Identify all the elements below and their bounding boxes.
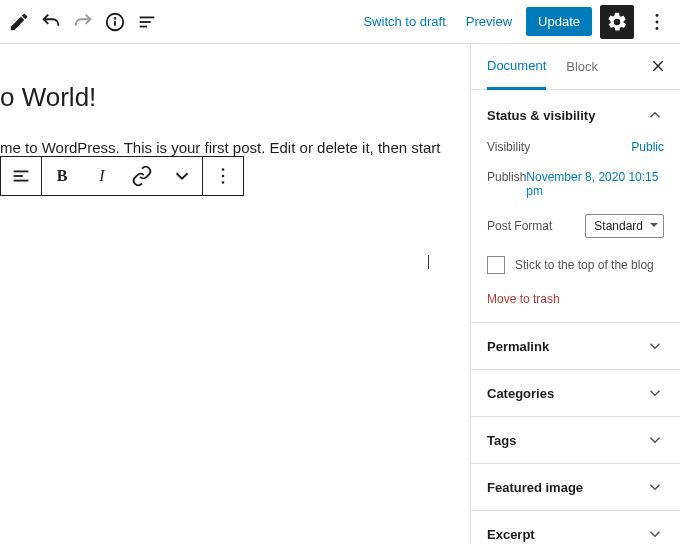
more-icon[interactable] bbox=[642, 7, 672, 37]
tab-document[interactable]: Document bbox=[487, 44, 546, 90]
visibility-value[interactable]: Public bbox=[631, 140, 664, 154]
svg-point-14 bbox=[222, 181, 225, 184]
info-icon[interactable] bbox=[100, 7, 130, 37]
panel-excerpt[interactable]: Excerpt bbox=[471, 511, 680, 544]
chevron-down-icon bbox=[646, 431, 664, 449]
redo-icon[interactable] bbox=[68, 7, 98, 37]
panel-permalink[interactable]: Permalink bbox=[471, 323, 680, 370]
panel-status-header[interactable]: Status & visibility bbox=[487, 106, 664, 124]
post-title[interactable]: o World! bbox=[0, 82, 470, 113]
chevron-down-icon bbox=[646, 478, 664, 496]
panel-featured-image[interactable]: Featured image bbox=[471, 464, 680, 511]
tab-block[interactable]: Block bbox=[566, 45, 598, 88]
chevron-down-icon[interactable] bbox=[162, 157, 202, 195]
panel-categories[interactable]: Categories bbox=[471, 370, 680, 417]
preview-link[interactable]: Preview bbox=[460, 8, 518, 35]
align-icon[interactable] bbox=[1, 157, 41, 195]
chevron-down-icon bbox=[646, 525, 664, 543]
toolbar-left bbox=[4, 7, 162, 37]
close-icon[interactable] bbox=[650, 58, 666, 77]
top-toolbar: Switch to draft Preview Update bbox=[0, 0, 680, 44]
svg-point-13 bbox=[222, 175, 225, 178]
publish-value[interactable]: November 8, 2020 10:15 pm bbox=[526, 170, 664, 198]
panel-status-title: Status & visibility bbox=[487, 108, 595, 123]
update-button[interactable]: Update bbox=[526, 7, 592, 36]
block-more-icon[interactable] bbox=[203, 157, 243, 195]
toolbar-right: Switch to draft Preview Update bbox=[357, 5, 672, 39]
bold-button[interactable]: B bbox=[42, 157, 82, 195]
outline-icon[interactable] bbox=[132, 7, 162, 37]
sidebar-tabs: Document Block bbox=[471, 44, 680, 90]
post-format-label: Post Format bbox=[487, 219, 552, 233]
switch-to-draft-link[interactable]: Switch to draft bbox=[357, 8, 451, 35]
svg-point-6 bbox=[656, 14, 659, 17]
svg-point-12 bbox=[222, 168, 225, 171]
link-icon[interactable] bbox=[122, 157, 162, 195]
panel-featured-image-title: Featured image bbox=[487, 480, 583, 495]
panel-tags-title: Tags bbox=[487, 433, 516, 448]
settings-sidebar: Document Block Status & visibility Visib… bbox=[470, 44, 680, 544]
post-format-select[interactable]: Standard bbox=[585, 214, 664, 238]
stick-label: Stick to the top of the blog bbox=[515, 258, 654, 272]
editor-canvas[interactable]: o World! B I bbox=[0, 44, 470, 544]
chevron-up-icon bbox=[646, 106, 664, 124]
block-toolbar: B I bbox=[0, 156, 244, 196]
stick-checkbox[interactable] bbox=[487, 256, 505, 274]
chevron-down-icon bbox=[646, 337, 664, 355]
chevron-down-icon bbox=[646, 384, 664, 402]
publish-label: Publish bbox=[487, 170, 526, 198]
edit-icon[interactable] bbox=[4, 7, 34, 37]
panel-categories-title: Categories bbox=[487, 386, 554, 401]
panel-tags[interactable]: Tags bbox=[471, 417, 680, 464]
svg-point-8 bbox=[656, 26, 659, 29]
svg-point-2 bbox=[115, 17, 116, 18]
panel-permalink-title: Permalink bbox=[487, 339, 549, 354]
text-caret bbox=[428, 255, 429, 269]
svg-point-7 bbox=[656, 20, 659, 23]
panel-status: Status & visibility Visibility Public Pu… bbox=[471, 90, 680, 323]
panel-excerpt-title: Excerpt bbox=[487, 527, 535, 542]
undo-icon[interactable] bbox=[36, 7, 66, 37]
visibility-label: Visibility bbox=[487, 140, 530, 154]
move-to-trash-link[interactable]: Move to trash bbox=[487, 292, 560, 306]
italic-button[interactable]: I bbox=[82, 157, 122, 195]
settings-button[interactable] bbox=[600, 5, 634, 39]
